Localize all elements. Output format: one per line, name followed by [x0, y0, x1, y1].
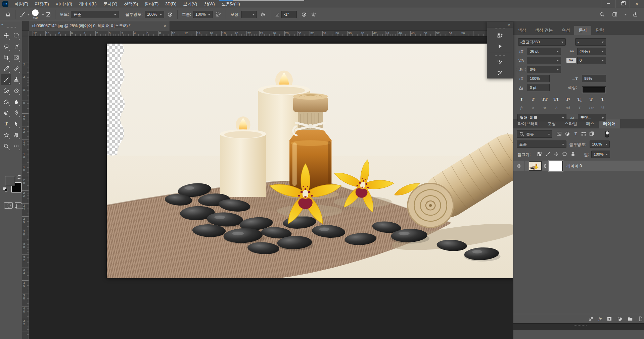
text-color-swatch[interactable] [582, 87, 606, 93]
brush-settings-button[interactable] [487, 57, 513, 67]
link-layers-button[interactable] [588, 316, 594, 322]
screen-mode-button[interactable] [15, 202, 21, 208]
move-tool[interactable] [1, 30, 11, 41]
type-tool[interactable]: T [1, 118, 11, 129]
horizontal-scale-input[interactable]: 95% [582, 75, 606, 82]
tracking-dropdown[interactable]: 0 [577, 57, 606, 64]
canvas-area[interactable] [29, 36, 513, 339]
opentype-button-4[interactable]: ad [563, 105, 572, 111]
close-button[interactable]: × [630, 0, 644, 8]
brush-preset-picker[interactable]: 400 [30, 9, 40, 19]
share-icon[interactable] [633, 12, 638, 17]
brush-tool[interactable] [1, 74, 11, 85]
opacity-dropdown[interactable]: 100% [145, 11, 164, 18]
type-style-button-2[interactable]: TT [540, 96, 549, 103]
quick-select-tool[interactable] [11, 41, 21, 52]
collapse-tools-button[interactable]: « [1, 22, 3, 26]
layers-opacity-dropdown[interactable]: 100% [590, 140, 610, 148]
panel-tab-4[interactable]: 단락 [591, 26, 608, 35]
new-layer-button[interactable] [638, 316, 643, 322]
quick-mask-button[interactable] [4, 202, 13, 209]
panel-tab-3[interactable]: 문자 [574, 26, 591, 35]
lock-position-button[interactable] [554, 152, 559, 157]
marquee-tool[interactable] [11, 30, 21, 41]
type-style-button-4[interactable]: T¹ [563, 96, 572, 103]
document-tab[interactable]: cb036067142.jpg @ 25% (레이어 0, 레이어 마스크/8)… [29, 21, 170, 31]
path-select-tool[interactable] [11, 118, 21, 129]
language-dropdown[interactable]: 영어: 미국 [517, 114, 566, 121]
add-mask-button[interactable] [607, 316, 612, 322]
smart-object-filter-icon[interactable] [589, 131, 594, 137]
menu-item-3[interactable]: 레이어(L) [76, 0, 100, 8]
opentype-button-2[interactable]: st [540, 105, 549, 111]
restore-button[interactable] [615, 0, 630, 8]
layers-blend-mode-dropdown[interactable]: 표준 [517, 140, 566, 148]
shape-tool[interactable] [1, 129, 11, 140]
actions-play-button[interactable] [487, 41, 513, 52]
eyedropper-tool[interactable] [1, 63, 11, 74]
layer-thumbnail[interactable] [529, 161, 542, 171]
lock-artboard-button[interactable] [562, 152, 567, 157]
menu-item-2[interactable]: 이미지(I) [52, 0, 76, 8]
swap-colors-icon[interactable] [16, 174, 22, 180]
clone-source-button[interactable] [487, 30, 513, 41]
menu-item-9[interactable]: 창(W) [200, 0, 218, 8]
search-icon[interactable] [599, 12, 605, 17]
expand-panels-button[interactable]: » [487, 21, 513, 27]
default-colors-icon[interactable] [3, 187, 7, 191]
panel-tab-2[interactable]: 속성 [557, 26, 574, 35]
lock-all-button[interactable] [570, 152, 576, 157]
menu-item-5[interactable]: 선택(S) [121, 0, 141, 8]
anti-alias-dropdown[interactable]: 뚜렷... [578, 114, 606, 121]
symmetry-icon[interactable] [311, 12, 316, 17]
history-brush-tool[interactable] [1, 85, 11, 96]
menu-item-0[interactable]: 파일(F) [11, 0, 32, 8]
opentype-button-0[interactable]: fi [517, 105, 526, 111]
opentype-button-5[interactable]: T [575, 105, 584, 111]
new-group-button[interactable] [628, 316, 633, 322]
font-size-dropdown[interactable]: 36 pt [527, 48, 561, 55]
new-adjustment-button[interactable] [617, 316, 623, 322]
opentype-button-6[interactable]: 1st [586, 105, 596, 111]
crop-tool[interactable] [1, 52, 11, 63]
healing-brush-tool[interactable] [11, 63, 21, 74]
menu-item-4[interactable]: 문자(Y) [100, 0, 121, 8]
panel-tab-1[interactable]: 색상 견본 [531, 26, 557, 35]
type-style-button-6[interactable]: T [586, 96, 596, 103]
layer-mask-thumbnail[interactable] [549, 161, 562, 171]
zoom-tool[interactable] [1, 140, 11, 152]
airbrush-icon[interactable] [216, 12, 221, 17]
filter-toggle[interactable] [605, 131, 609, 137]
layer-visibility-cell[interactable] [513, 161, 525, 171]
minimize-button[interactable] [601, 0, 615, 8]
lasso-tool[interactable] [1, 41, 11, 52]
gradient-tool[interactable] [1, 96, 11, 107]
mask-link-icon[interactable] [543, 163, 548, 169]
opentype-button-1[interactable]: o [528, 105, 538, 111]
lock-paint-button[interactable] [545, 152, 550, 157]
tab-close-icon[interactable]: × [164, 23, 166, 29]
blend-mode-dropdown[interactable]: 표준 [71, 11, 119, 18]
brush-settings-panel-icon[interactable] [45, 12, 51, 17]
type-layer-filter-icon[interactable]: T [573, 131, 579, 137]
brush-angle-input[interactable]: -1° [281, 11, 297, 18]
type-style-button-1[interactable]: T [528, 96, 538, 103]
brushes-button[interactable] [487, 67, 513, 78]
hand-tool[interactable] [11, 129, 21, 140]
opentype-button-3[interactable]: A [552, 105, 561, 111]
pressure-size-icon[interactable] [302, 12, 307, 17]
opentype-button-7[interactable]: ½ [598, 105, 607, 111]
menu-item-7[interactable]: 3D(D) [162, 0, 180, 8]
workspace-icon[interactable] [612, 12, 617, 17]
font-style-dropdown[interactable]: - [575, 38, 606, 46]
leading-dropdown[interactable]: (자동) [577, 48, 606, 55]
vertical-scale-input[interactable]: 100% [527, 75, 550, 82]
dodge-tool[interactable] [1, 107, 11, 118]
tsume-dropdown[interactable]: 0% [527, 66, 561, 73]
pixel-layer-filter-icon[interactable] [556, 131, 562, 137]
type-style-button-0[interactable]: T [517, 96, 526, 103]
menu-item-1[interactable]: 편집(E) [32, 0, 52, 8]
layer-row[interactable]: 레이어 0 [513, 161, 644, 171]
type-style-button-5[interactable]: T₁ [575, 96, 584, 103]
font-family-dropdown[interactable]: -윤고딕350 [518, 38, 566, 46]
